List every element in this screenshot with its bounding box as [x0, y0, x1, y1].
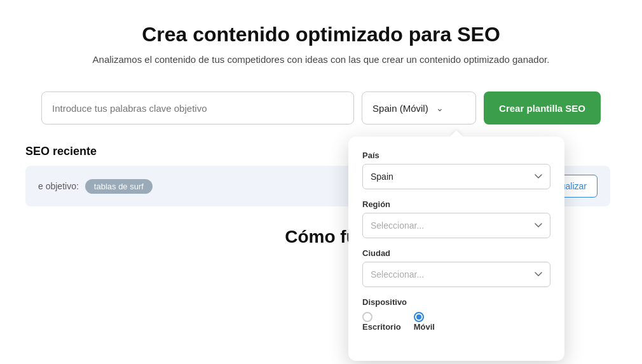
movil-label: Móvil: [414, 322, 435, 332]
escritorio-option[interactable]: Escritorio: [362, 312, 401, 332]
movil-option[interactable]: Móvil: [414, 312, 435, 332]
recent-row-label: e objetivo:: [38, 181, 79, 191]
country-selector-label: Spain (Móvil): [372, 103, 428, 114]
pais-label: País: [362, 151, 550, 160]
region-select[interactable]: Seleccionar...: [362, 213, 550, 238]
page-subtitle: Analizamos el contenido de tus competido…: [92, 54, 550, 65]
page-title: Crea contenido optimizado para SEO: [13, 23, 629, 46]
chevron-down-icon: ⌄: [436, 103, 444, 113]
ciudad-select[interactable]: Seleccionar...: [362, 262, 550, 287]
escritorio-label: Escritorio: [362, 322, 401, 332]
movil-radio[interactable]: [414, 312, 424, 322]
region-field: Región Seleccionar...: [362, 199, 550, 238]
dropdown-popup: País Spain Región Seleccionar... Ciudad …: [348, 137, 564, 361]
ciudad-label: Ciudad: [362, 248, 550, 258]
pais-field: País Spain: [362, 151, 550, 189]
keyword-tag: tablas de surf: [85, 179, 153, 194]
page-wrapper: Crea contenido optimizado para SEO Anali…: [0, 0, 642, 364]
keyword-input[interactable]: [41, 91, 354, 125]
dispositivo-field: Dispositivo Escritorio Móvil: [362, 297, 550, 335]
country-selector[interactable]: Spain (Móvil) ⌄: [362, 91, 476, 125]
search-bar-area: Spain (Móvil) ⌄ Crear plantilla SEO: [29, 91, 613, 125]
header: Crea contenido optimizado para SEO Anali…: [0, 0, 642, 76]
dispositivo-label: Dispositivo: [362, 297, 550, 307]
region-label: Región: [362, 199, 550, 209]
pais-select[interactable]: Spain: [362, 164, 550, 189]
escritorio-radio[interactable]: [362, 312, 372, 322]
ciudad-field: Ciudad Seleccionar...: [362, 248, 550, 287]
create-seo-button[interactable]: Crear plantilla SEO: [484, 91, 601, 125]
device-row: Escritorio Móvil: [362, 312, 550, 335]
